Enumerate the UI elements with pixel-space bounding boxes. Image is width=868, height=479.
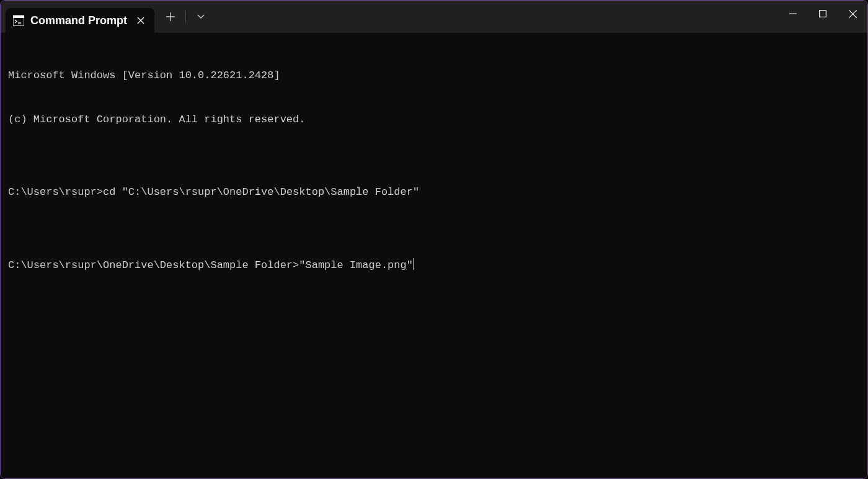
tab-title: Command Prompt xyxy=(30,14,128,27)
command-text: cd "C:\Users\rsupr\OneDrive\Desktop\Samp… xyxy=(103,185,419,200)
divider xyxy=(185,11,186,23)
command-line-2: C:\Users\rsupr\OneDrive\Desktop\Sample F… xyxy=(8,258,860,273)
terminal-area[interactable]: Microsoft Windows [Version 10.0.22621.24… xyxy=(1,33,867,478)
output-line-version: Microsoft Windows [Version 10.0.22621.24… xyxy=(8,68,860,83)
prompt-text: C:\Users\rsupr\OneDrive\Desktop\Sample F… xyxy=(8,258,299,273)
text-cursor xyxy=(413,258,414,270)
command-line-1: C:\Users\rsupr>cd "C:\Users\rsupr\OneDri… xyxy=(8,185,860,200)
new-tab-button[interactable] xyxy=(159,6,182,28)
svg-rect-8 xyxy=(820,11,826,17)
maximize-button[interactable] xyxy=(808,1,838,27)
tab-dropdown-button[interactable] xyxy=(190,6,212,28)
window-controls xyxy=(778,1,867,27)
tab-close-button[interactable] xyxy=(135,14,147,27)
svg-rect-1 xyxy=(13,16,24,18)
output-line-copyright: (c) Microsoft Corporation. All rights re… xyxy=(8,112,860,127)
minimize-button[interactable] xyxy=(778,1,808,27)
active-tab[interactable]: Command Prompt xyxy=(6,8,154,33)
tab-actions xyxy=(159,1,212,33)
close-window-button[interactable] xyxy=(838,1,867,27)
cmd-icon xyxy=(13,15,24,26)
command-text: "Sample Image.png" xyxy=(299,258,413,273)
prompt-text: C:\Users\rsupr> xyxy=(8,185,103,200)
title-bar: Command Prompt xyxy=(1,1,867,33)
